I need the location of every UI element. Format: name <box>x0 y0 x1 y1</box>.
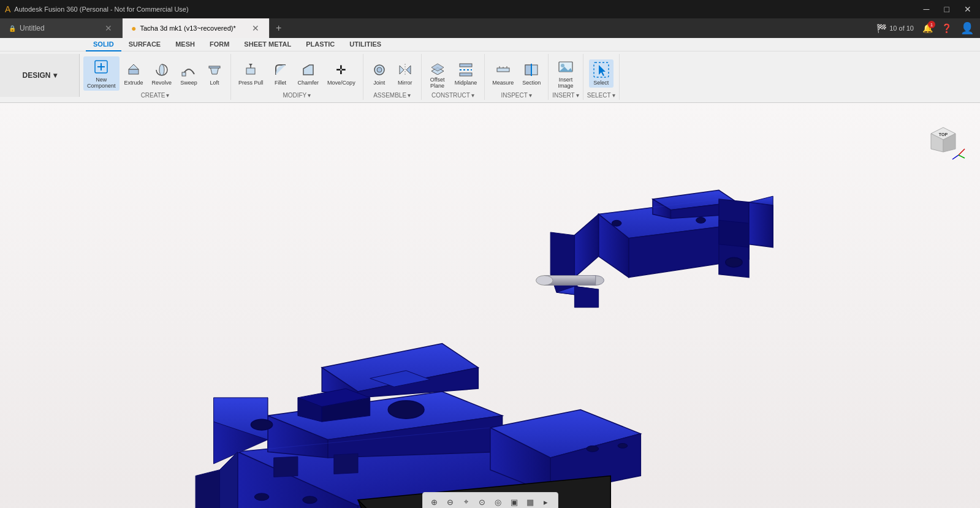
tab-lock-icon: 🔒 <box>9 25 16 32</box>
insert-group-items: InsertImage <box>553 54 578 91</box>
modify-press-pull-btn[interactable]: Press Pull <box>235 59 267 88</box>
version-label: 🏁 10 of 10 <box>876 23 914 33</box>
viewcube[interactable]: TOP <box>919 115 968 164</box>
ribbon-tab-plastic[interactable]: PLASTIC <box>298 38 342 51</box>
ribbon-group-construct: OffsetPlane Midplane CONSTRUCT ▾ <box>422 54 485 100</box>
inspect-measure-btn[interactable]: Measure <box>488 59 517 88</box>
design-label: DESIGN <box>22 71 50 80</box>
modify-move-btn[interactable]: ✛ Move/Copy <box>324 59 359 88</box>
insert-image-icon <box>557 58 574 75</box>
toolbar-display-btn[interactable]: ▣ <box>507 495 521 508</box>
design-dropdown[interactable]: DESIGN ▾ <box>0 54 80 97</box>
tab-tacha[interactable]: ● Tacha 3d mk1 (v13~recovered)* ✕ <box>123 18 270 38</box>
ribbon-group-select: Select SELECT ▾ <box>583 54 620 100</box>
svg-marker-82 <box>719 220 749 247</box>
tab-untitled[interactable]: 🔒 Untitled ✕ <box>0 18 123 38</box>
inspect-section-btn[interactable]: Section <box>518 59 544 88</box>
viewport-3d[interactable]: TOP ⊕ ⊖ ⌖ ⊙ ◎ ▣ ▦ ▸ <box>0 103 980 508</box>
modify-group-label[interactable]: MODIFY ▾ <box>283 91 311 100</box>
toolbar-zoom-btn[interactable]: ⌖ <box>460 495 473 508</box>
insert-image-btn[interactable]: InsertImage <box>553 56 578 91</box>
insert-group-label[interactable]: INSERT ▾ <box>552 91 579 100</box>
sweep-icon <box>180 61 197 78</box>
create-group-items: NewComponent Extrude <box>83 54 227 91</box>
ribbon-tab-mesh[interactable]: MESH <box>168 38 202 51</box>
construct-group-label[interactable]: CONSTRUCT ▾ <box>431 91 474 100</box>
create-loft-btn[interactable]: Loft <box>202 59 227 88</box>
inspect-group-label[interactable]: INSPECT ▾ <box>501 91 532 100</box>
ribbon: SOLID SURFACE MESH FORM SHEET METAL PLAS… <box>0 38 980 103</box>
notifications-badge: 1 <box>928 21 935 28</box>
create-extrude-btn[interactable]: Extrude <box>121 59 147 88</box>
assemble-mirror-btn[interactable]: Mirror <box>393 59 417 88</box>
tabbar-right: 🏁 10 of 10 🔔 1 ❓ 👤 <box>870 18 980 38</box>
account-btn[interactable]: 👤 <box>960 21 974 35</box>
create-revolve-btn[interactable]: Revolve <box>148 59 176 88</box>
assemble-arrow-icon: ▾ <box>408 92 411 99</box>
svg-line-95 <box>952 155 959 159</box>
ribbon-tab-surface[interactable]: SURFACE <box>121 38 169 51</box>
svg-marker-11 <box>249 64 253 66</box>
select-tool-btn[interactable]: Select <box>589 59 613 88</box>
modify-arrow-icon: ▾ <box>308 92 311 99</box>
select-group-label[interactable]: SELECT ▾ <box>587 91 615 100</box>
svg-marker-49 <box>334 453 358 474</box>
toolbar-pan-btn[interactable]: ⊖ <box>444 495 457 508</box>
construct-offset-plane-btn[interactable]: OffsetPlane <box>425 56 450 91</box>
tab-add-button[interactable]: + <box>270 18 287 38</box>
ribbon-tab-utilities[interactable]: UTILITIES <box>342 38 389 51</box>
notifications-btn[interactable]: 🔔 1 <box>922 23 933 33</box>
toolbar-grid-btn[interactable]: ▦ <box>523 495 537 508</box>
tab-tacha-close[interactable]: ✕ <box>251 23 260 33</box>
svg-marker-48 <box>274 457 298 477</box>
toolbar-orbit-btn[interactable]: ⊕ <box>428 495 441 508</box>
tab-untitled-close[interactable]: ✕ <box>104 23 113 33</box>
svg-point-58 <box>587 445 599 452</box>
svg-point-60 <box>388 401 424 419</box>
toolbar-fit-btn[interactable]: ⊙ <box>476 495 489 508</box>
tab-doc-icon: ● <box>131 23 136 33</box>
ribbon-group-create: NewComponent Extrude <box>80 54 231 100</box>
press-pull-label: Press Pull <box>238 80 264 86</box>
move-icon: ✛ <box>333 61 350 78</box>
titlebar-right: ─ □ ✕ <box>920 4 975 14</box>
offset-plane-icon <box>429 58 446 75</box>
new-component-icon <box>93 58 110 75</box>
svg-rect-3 <box>129 69 139 74</box>
modify-chamfer-btn[interactable]: Chamfer <box>294 59 323 88</box>
construct-arrow-icon: ▾ <box>471 92 474 99</box>
inspect-group-items: Measure Section <box>488 54 544 91</box>
create-new-component-btn[interactable]: NewComponent <box>83 56 120 91</box>
mirror-label: Mirror <box>398 80 412 86</box>
measure-icon <box>495 61 512 78</box>
help-btn[interactable]: ❓ <box>941 23 952 33</box>
close-button[interactable]: ✕ <box>960 4 975 14</box>
midplane-label: Midplane <box>455 80 477 86</box>
construct-midplane-btn[interactable]: Midplane <box>451 59 481 88</box>
create-group-label[interactable]: CREATE ▾ <box>141 91 170 100</box>
ribbon-group-insert: InsertImage INSERT ▾ <box>549 54 583 100</box>
assemble-group-label[interactable]: ASSEMBLE ▾ <box>373 91 411 100</box>
ribbon-tab-form[interactable]: FORM <box>202 38 237 51</box>
ribbon-tab-sheet-metal[interactable]: SHEET METAL <box>237 38 298 51</box>
svg-rect-8 <box>209 66 220 68</box>
toolbar-perspective-btn[interactable]: ◎ <box>492 495 505 508</box>
svg-rect-6 <box>182 72 186 76</box>
svg-marker-47 <box>196 470 219 508</box>
assemble-joint-btn[interactable]: Joint <box>367 59 392 88</box>
create-sweep-btn[interactable]: Sweep <box>177 59 201 88</box>
svg-marker-17 <box>406 66 411 74</box>
3d-model-svg <box>0 103 980 508</box>
svg-text:TOP: TOP <box>939 132 948 137</box>
svg-point-59 <box>618 443 628 448</box>
minimize-button[interactable]: ─ <box>920 4 933 14</box>
modify-fillet-btn[interactable]: Fillet <box>268 59 293 88</box>
ribbon-content: DESIGN ▾ NewComponent <box>0 51 980 102</box>
ribbon-group-inspect: Measure Section INSPECT ▾ <box>485 54 549 100</box>
restore-button[interactable]: □ <box>941 4 953 14</box>
svg-rect-28 <box>525 65 531 75</box>
toolbar-more-btn[interactable]: ▸ <box>539 495 553 508</box>
ribbon-tab-solid[interactable]: SOLID <box>86 38 121 51</box>
svg-marker-76 <box>574 286 598 307</box>
app-logo-icon: A <box>5 4 10 14</box>
